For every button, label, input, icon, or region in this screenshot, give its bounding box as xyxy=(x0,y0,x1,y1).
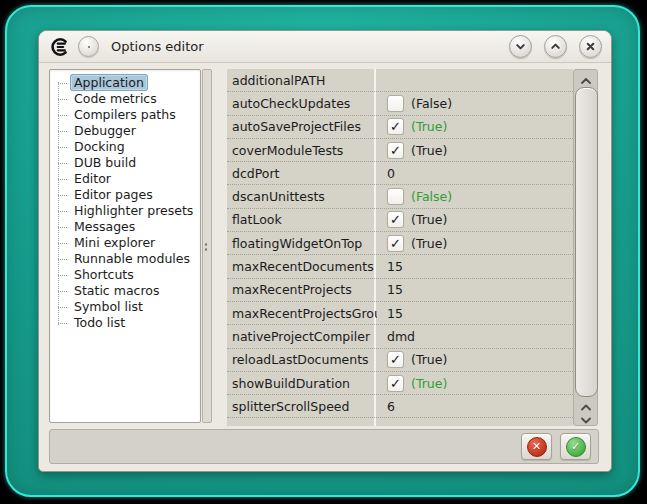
titlebar[interactable]: Options editor xyxy=(39,31,611,63)
sidebar-item-label: Messages xyxy=(70,218,139,235)
desktop-background: Options editor xyxy=(5,5,640,497)
property-row-floatingWidgetOnTop[interactable]: floatingWidgetOnTop✓(True) xyxy=(227,232,573,255)
property-value[interactable]: ✓(True) xyxy=(377,375,573,392)
scrollbar-thumb[interactable] xyxy=(575,87,598,397)
category-tree: ApplicationCode metricsCompilers pathsDe… xyxy=(50,70,200,331)
property-row-coverModuleTests[interactable]: coverModuleTests✓(True) xyxy=(227,139,573,162)
property-row-nativeProjectCompiler[interactable]: nativeProjectCompilerdmd xyxy=(227,325,573,348)
property-name[interactable]: floatingWidgetOnTop xyxy=(227,236,377,251)
property-value[interactable]: dmd xyxy=(377,329,573,344)
property-value[interactable]: 15 xyxy=(377,282,573,297)
checkbox-unchecked-icon[interactable] xyxy=(387,95,404,112)
bool-value-label: (False) xyxy=(411,96,452,111)
bool-value-label: (False) xyxy=(411,189,452,204)
property-value[interactable]: 6 xyxy=(377,399,573,414)
footer-toolbar: ✕ ✓ xyxy=(49,429,599,464)
close-button[interactable] xyxy=(579,35,602,58)
checkbox-checked-icon[interactable]: ✓ xyxy=(387,118,404,135)
cancel-button[interactable]: ✕ xyxy=(521,433,552,460)
property-name[interactable]: nativeProjectCompiler xyxy=(227,329,377,344)
sidebar-item-label: Docking xyxy=(70,138,129,155)
property-row-maxRecentDocuments[interactable]: maxRecentDocuments15 xyxy=(227,255,573,278)
sidebar-item-application[interactable]: Application xyxy=(50,75,200,91)
checkbox-checked-icon[interactable]: ✓ xyxy=(387,211,404,228)
property-row-flatLook[interactable]: flatLook✓(True) xyxy=(227,209,573,232)
bool-value-label: (True) xyxy=(411,236,447,251)
maximize-button[interactable] xyxy=(544,35,567,58)
property-name[interactable]: reloadLastDocuments xyxy=(227,352,377,367)
bool-value-label: (True) xyxy=(411,143,447,158)
minimize-button[interactable] xyxy=(509,35,532,58)
close-icon xyxy=(584,40,597,53)
checkbox-checked-icon[interactable]: ✓ xyxy=(387,351,404,368)
property-name[interactable]: maxRecentDocuments xyxy=(227,259,377,274)
property-row-autoSaveProjectFiles[interactable]: autoSaveProjectFiles✓(True) xyxy=(227,116,573,139)
sidebar-item-compilers-paths[interactable]: Compilers paths xyxy=(50,107,200,123)
property-name[interactable]: autoCheckUpdates xyxy=(227,96,377,111)
property-row-empty xyxy=(227,418,573,426)
property-name[interactable]: coverModuleTests xyxy=(227,143,377,158)
property-row-dcdPort[interactable]: dcdPort0 xyxy=(227,162,573,185)
property-row-reloadLastDocuments[interactable]: reloadLastDocuments✓(True) xyxy=(227,349,573,372)
property-row-dscanUnittests[interactable]: dscanUnittests(False) xyxy=(227,185,573,208)
property-row-splitterScrollSpeed[interactable]: splitterScrollSpeed6 xyxy=(227,395,573,418)
sidebar-item-symbol-list[interactable]: Symbol list xyxy=(50,299,200,315)
sidebar-item-docking[interactable]: Docking xyxy=(50,139,200,155)
property-value[interactable]: (False) xyxy=(377,188,573,205)
property-name[interactable]: maxRecentProjectsGrou xyxy=(227,306,377,321)
property-name[interactable]: additionalPATH xyxy=(227,73,377,88)
accept-button[interactable]: ✓ xyxy=(560,433,591,460)
sidebar-item-highlighter-presets[interactable]: Highlighter presets xyxy=(50,203,200,219)
sidebar-item-shortcuts[interactable]: Shortcuts xyxy=(50,267,200,283)
property-name[interactable]: maxRecentProjects xyxy=(227,282,377,297)
scroll-down-button[interactable] xyxy=(574,411,597,430)
property-row-autoCheckUpdates[interactable]: autoCheckUpdates(False) xyxy=(227,92,573,115)
sidebar-item-dub-build[interactable]: DUB build xyxy=(50,155,200,171)
sidebar-item-label: Application xyxy=(70,74,148,91)
sidebar-item-static-macros[interactable]: Static macros xyxy=(50,283,200,299)
property-value[interactable]: ✓(True) xyxy=(377,211,573,228)
checkbox-checked-icon[interactable]: ✓ xyxy=(387,142,404,159)
property-value[interactable]: ✓(True) xyxy=(377,118,573,135)
sidebar-item-label: Symbol list xyxy=(70,298,147,315)
checkbox-checked-icon[interactable]: ✓ xyxy=(387,235,404,252)
sidebar-item-runnable-modules[interactable]: Runnable modules xyxy=(50,251,200,267)
checkbox-unchecked-icon[interactable] xyxy=(387,188,404,205)
property-row-maxRecentProjects[interactable]: maxRecentProjects15 xyxy=(227,279,573,302)
window-menu-button[interactable] xyxy=(78,36,99,57)
property-name[interactable]: autoSaveProjectFiles xyxy=(227,119,377,134)
property-name[interactable]: splitterScrollSpeed xyxy=(227,399,377,414)
property-value[interactable]: 15 xyxy=(377,306,573,321)
property-value[interactable]: 0 xyxy=(377,166,573,181)
bool-value-label: (True) xyxy=(411,376,447,391)
property-value[interactable]: (False) xyxy=(377,95,573,112)
sidebar-item-label: Shortcuts xyxy=(70,266,138,283)
splitter-handle[interactable] xyxy=(202,69,212,423)
sidebar-item-messages[interactable]: Messages xyxy=(50,219,200,235)
sidebar-item-mini-explorer[interactable]: Mini explorer xyxy=(50,235,200,251)
property-name[interactable]: showBuildDuration xyxy=(227,376,377,391)
property-grid[interactable]: additionalPATHautoCheckUpdates(False)aut… xyxy=(227,69,573,426)
bool-value-label: (True) xyxy=(411,352,447,367)
property-value[interactable]: ✓(True) xyxy=(377,235,573,252)
property-row-maxRecentProjectsGrou[interactable]: maxRecentProjectsGrou15 xyxy=(227,302,573,325)
property-name[interactable]: dscanUnittests xyxy=(227,189,377,204)
vertical-scrollbar[interactable] xyxy=(573,69,598,426)
checkbox-checked-icon[interactable]: ✓ xyxy=(387,375,404,392)
chevron-down-icon xyxy=(579,411,593,430)
sidebar-item-editor-pages[interactable]: Editor pages xyxy=(50,187,200,203)
property-name[interactable]: flatLook xyxy=(227,212,377,227)
sidebar-item-code-metrics[interactable]: Code metrics xyxy=(50,91,200,107)
sidebar-item-todo-list[interactable]: Todo list xyxy=(50,315,200,331)
property-value[interactable]: 15 xyxy=(377,259,573,274)
property-value[interactable]: ✓(True) xyxy=(377,142,573,159)
sidebar-item-editor[interactable]: Editor xyxy=(50,171,200,187)
property-row-showBuildDuration[interactable]: showBuildDuration✓(True) xyxy=(227,372,573,395)
splitter-grip-icon xyxy=(204,242,208,252)
sidebar-item-debugger[interactable]: Debugger xyxy=(50,123,200,139)
property-value[interactable]: ✓(True) xyxy=(377,351,573,368)
dialog-body: ApplicationCode metricsCompilers pathsDe… xyxy=(39,63,611,470)
property-name[interactable]: dcdPort xyxy=(227,166,377,181)
sidebar-item-label: Highlighter presets xyxy=(70,202,197,219)
property-row-additionalPATH[interactable]: additionalPATH xyxy=(227,69,573,92)
